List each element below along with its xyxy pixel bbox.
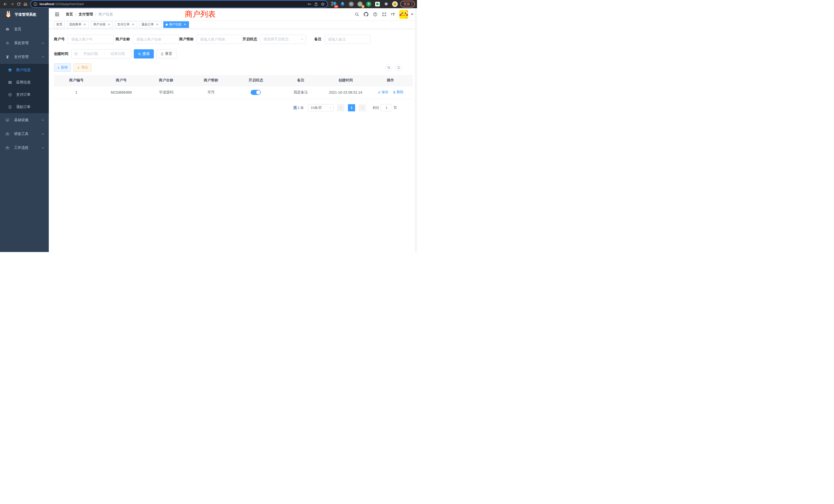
close-icon[interactable]: ✕ — [107, 23, 111, 26]
goto-page-input[interactable] — [381, 104, 392, 111]
status-toggle[interactable] — [250, 90, 261, 95]
sidebar-item-label: 退款订单 — [16, 105, 30, 109]
chevron-down-icon — [41, 42, 44, 45]
caret-down-icon[interactable] — [411, 14, 413, 15]
pagination: 共 1 条 10条/页 1 前往 页 — [54, 104, 413, 111]
github-icon[interactable] — [364, 12, 369, 17]
help-icon[interactable] — [373, 12, 377, 17]
tab-label: 首页 — [56, 22, 62, 27]
font-size-icon[interactable]: TT — [391, 12, 395, 17]
reset-button[interactable]: 重置 — [156, 49, 176, 59]
ext-chat-icon[interactable] — [375, 1, 380, 7]
grid-icon — [7, 80, 13, 85]
ext-command-icon[interactable]: ⌘ — [348, 1, 354, 7]
sidebar-item-infra[interactable]: 基础设施 — [0, 113, 49, 127]
close-icon[interactable]: ✕ — [131, 23, 135, 26]
tab-home[interactable]: 首页 — [54, 21, 65, 28]
edit-button[interactable]: 修改 — [377, 90, 389, 94]
sidebar-item-dev-tools[interactable]: 研发工具 — [0, 127, 49, 141]
sidebar-item-pay-order[interactable]: 支付订单 — [0, 89, 49, 101]
dashboard-icon — [4, 27, 10, 31]
yen-icon: ¥ — [4, 55, 10, 59]
tab-label: 商户信息 — [169, 22, 181, 27]
hamburger-icon[interactable] — [52, 12, 62, 17]
tab-merchant-info[interactable]: 商户信息✕ — [163, 21, 189, 28]
add-button[interactable]: + 新增 — [54, 63, 71, 72]
bookmark-star-icon[interactable] — [321, 2, 325, 6]
merchant-no-input[interactable] — [68, 35, 113, 44]
url-text: localhost:1024/pay/merchant — [40, 2, 305, 6]
breadcrumb-separator: / — [95, 12, 96, 17]
status-placeholder: 请选择开启状态 — [263, 37, 301, 42]
extensions-area: 10 ⌘ 1 Y — [331, 1, 398, 7]
refresh-icon — [397, 66, 400, 69]
sidebar-item-home[interactable]: 首页 — [0, 22, 49, 36]
user-avatar[interactable] — [399, 10, 408, 19]
remark-input[interactable] — [325, 35, 370, 44]
ext-badge-2: 1 — [361, 5, 364, 8]
download-icon — [77, 66, 80, 69]
store-icon — [7, 68, 13, 72]
page-1-button[interactable]: 1 — [348, 104, 355, 111]
search-button[interactable]: 搜索 — [134, 49, 154, 59]
chevron-right-icon — [361, 106, 364, 109]
col-merchant-no: 商户号 — [99, 75, 144, 86]
tab-process-form[interactable]: 流程表单✕ — [67, 21, 89, 28]
tab-refund-order[interactable]: 退款订单✕ — [139, 21, 161, 28]
calendar-icon — [74, 52, 78, 56]
close-icon[interactable]: ✕ — [183, 23, 187, 26]
sidebar-item-pay[interactable]: ¥ 支付管理 — [0, 50, 49, 64]
prev-page-button[interactable] — [337, 104, 344, 111]
date-end-placeholder: 结束日期 — [107, 51, 128, 56]
ext-recorder-icon[interactable]: 1 — [357, 1, 363, 7]
sidebar-item-system[interactable]: 系统管理 — [0, 36, 49, 50]
sidebar-item-label: 研发工具 — [14, 132, 41, 136]
browser-back-icon[interactable] — [2, 1, 9, 7]
fullscreen-icon[interactable] — [382, 12, 387, 17]
browser-reload-icon[interactable] — [16, 1, 22, 7]
sidebar-logo[interactable]: 芋道管理系统 — [0, 8, 49, 21]
short-name-input[interactable] — [197, 35, 242, 44]
ext-balloon-icon[interactable] — [340, 1, 345, 7]
browser-home-icon[interactable] — [22, 1, 29, 7]
sidebar-item-merchant-info[interactable]: 商户信息 — [0, 64, 49, 76]
merchant-table: 商户编号 商户号 商户全称 商户简称 开启状态 备注 创建时间 操作 1 M23… — [54, 75, 413, 99]
close-icon[interactable]: ✕ — [155, 23, 159, 26]
address-bar[interactable]: localhost:1024/pay/merchant — [31, 1, 327, 7]
tab-pay-order[interactable]: 支付订单✕ — [115, 21, 137, 28]
sidebar-item-app-info[interactable]: 应用信息 — [0, 76, 49, 89]
ext-y-icon[interactable]: Y — [366, 1, 372, 7]
search-icon[interactable] — [355, 12, 359, 17]
site-info-icon[interactable] — [34, 2, 38, 6]
breadcrumb-pay[interactable]: 支付管理 — [79, 12, 93, 17]
date-range-picker[interactable]: 开始日期 - 结束日期 — [71, 49, 131, 59]
pagination-total: 共 1 条 — [293, 106, 304, 110]
sidebar-item-refund-order[interactable]: 退款订单 — [0, 101, 49, 113]
profile-avatar-icon[interactable] — [392, 1, 398, 7]
monitor-icon — [4, 118, 10, 122]
show-search-button[interactable] — [385, 64, 392, 71]
page-size-select[interactable]: 10条/页 — [308, 104, 333, 111]
status-select[interactable]: 请选择开启状态 — [260, 35, 306, 44]
plus-icon: + — [57, 66, 60, 70]
breadcrumb-home[interactable]: 首页 — [66, 12, 73, 17]
col-merchant-id: 商户编号 — [54, 75, 99, 86]
ext-tasks-icon[interactable]: 10 — [331, 1, 337, 7]
sidebar-item-workflow[interactable]: 工作流程 — [0, 141, 49, 155]
extensions-puzzle-icon[interactable] — [383, 1, 389, 7]
update-button[interactable]: 更新 — [400, 1, 415, 7]
full-name-input[interactable] — [133, 35, 179, 44]
close-icon[interactable]: ✕ — [83, 23, 87, 26]
password-key-icon[interactable] — [307, 2, 311, 6]
full-name-label: 商户全称 — [115, 37, 133, 42]
delete-button[interactable]: 删除 — [393, 90, 404, 94]
export-button[interactable]: 导出 — [73, 63, 91, 72]
browser-forward-icon[interactable] — [9, 1, 16, 7]
share-icon[interactable] — [314, 2, 318, 6]
next-page-button[interactable] — [359, 104, 366, 111]
sidebar-item-label: 首页 — [14, 27, 44, 31]
tab-user-group[interactable]: 用户分组✕ — [91, 21, 113, 28]
refresh-table-button[interactable] — [395, 64, 402, 71]
browser-menu-icon[interactable] — [412, 2, 412, 6]
page-scrollbar[interactable] — [415, 8, 417, 252]
